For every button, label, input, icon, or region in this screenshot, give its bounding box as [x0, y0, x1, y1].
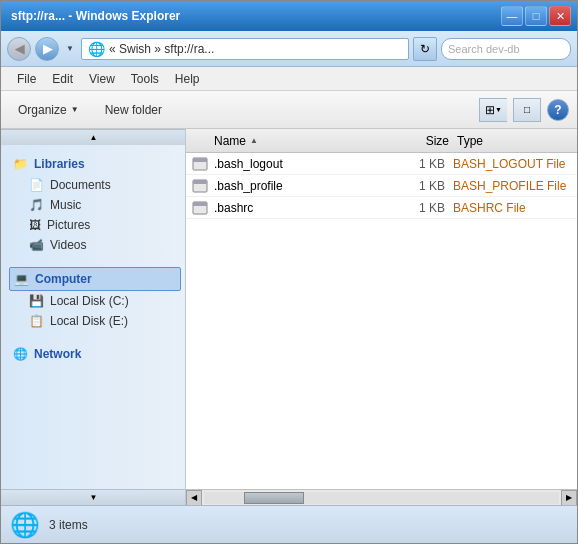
menu-edit[interactable]: Edit — [44, 70, 81, 88]
file-size-1: 1 KB — [393, 179, 453, 193]
local-e-label: Local Disk (E:) — [50, 314, 128, 328]
status-text: 3 items — [49, 518, 88, 532]
main-content: ▲ 📁 Libraries 📄 Documents 🎵 Music — [1, 129, 577, 505]
libraries-section: 📁 Libraries 📄 Documents 🎵 Music 🖼 Pictur… — [1, 145, 185, 259]
scroll-up-icon: ▲ — [90, 133, 98, 142]
table-row[interactable]: .bash_profile 1 KB BASH_PROFILE File — [186, 175, 577, 197]
path-text: « Swish » sftp://ra... — [109, 42, 214, 56]
menu-bar: File Edit View Tools Help — [1, 67, 577, 91]
address-path[interactable]: 🌐 « Swish » sftp://ra... — [81, 38, 409, 60]
network-label: Network — [34, 347, 81, 361]
table-row[interactable]: .bashrc 1 KB BASHRC File — [186, 197, 577, 219]
sidebar-scroll-down[interactable]: ▼ — [1, 489, 186, 505]
documents-label: Documents — [50, 178, 111, 192]
file-type-2: BASHRC File — [453, 201, 573, 215]
sidebar-item-local-e[interactable]: 📋 Local Disk (E:) — [9, 311, 181, 331]
sidebar-item-pictures[interactable]: 🖼 Pictures — [9, 215, 181, 235]
col-name-label: Name — [214, 134, 246, 148]
table-row[interactable]: .bash_logout 1 KB BASH_LOGOUT File — [186, 153, 577, 175]
minimize-button[interactable]: — — [501, 6, 523, 26]
col-type-header[interactable]: Type — [457, 134, 577, 148]
col-name-header[interactable]: Name ▲ — [186, 129, 397, 152]
h-scroll-thumb[interactable] — [244, 492, 304, 504]
file-name-1: .bash_profile — [214, 179, 393, 193]
computer-label: Computer — [35, 272, 92, 286]
sidebar-item-videos[interactable]: 📹 Videos — [9, 235, 181, 255]
sidebar-item-documents[interactable]: 📄 Documents — [9, 175, 181, 195]
local-c-icon: 💾 — [29, 294, 44, 308]
refresh-button[interactable]: ↻ — [413, 37, 437, 61]
pictures-icon: 🖼 — [29, 218, 41, 232]
sidebar-item-local-c[interactable]: 💾 Local Disk (C:) — [9, 291, 181, 311]
file-type-1: BASH_PROFILE File — [453, 179, 573, 193]
h-scrollbar[interactable]: ◀ ▶ — [186, 489, 577, 505]
organize-arrow: ▼ — [71, 105, 79, 114]
sidebar-item-music[interactable]: 🎵 Music — [9, 195, 181, 215]
file-icon-1 — [190, 176, 210, 196]
organize-label: Organize — [18, 103, 67, 117]
forward-button[interactable]: ▶ — [35, 37, 59, 61]
menu-view[interactable]: View — [81, 70, 123, 88]
view-grid-button[interactable]: ⊞ ▼ — [479, 98, 507, 122]
documents-icon: 📄 — [29, 178, 44, 192]
view-pane-button[interactable]: □ — [513, 98, 541, 122]
file-size-0: 1 KB — [393, 157, 453, 171]
back-button[interactable]: ◀ — [7, 37, 31, 61]
sidebar-scroll[interactable]: 📁 Libraries 📄 Documents 🎵 Music 🖼 Pictur… — [1, 145, 185, 489]
music-label: Music — [50, 198, 81, 212]
sidebar-network-header[interactable]: 🌐 Network — [9, 343, 181, 365]
network-icon: 🌐 — [13, 347, 28, 361]
h-scroll-track[interactable] — [204, 492, 559, 504]
status-bar: 🌐 3 items — [1, 505, 577, 543]
view-pane-icon: □ — [524, 104, 530, 115]
network-section: 🌐 Network — [1, 335, 185, 369]
search-placeholder: Search dev-db — [448, 43, 520, 55]
file-icon-2 — [190, 198, 210, 218]
window-controls: — □ ✕ — [501, 6, 571, 26]
view-controls: ⊞ ▼ □ ? — [479, 98, 569, 122]
h-scroll-left-button[interactable]: ◀ — [186, 490, 202, 506]
col-size-label: Size — [426, 134, 449, 148]
toolbar: Organize ▼ New folder ⊞ ▼ □ ? — [1, 91, 577, 129]
new-folder-label: New folder — [105, 103, 162, 117]
help-button[interactable]: ? — [547, 99, 569, 121]
file-list: .bash_logout 1 KB BASH_LOGOUT File .bash… — [186, 153, 577, 489]
file-name-0: .bash_logout — [214, 157, 393, 171]
local-c-label: Local Disk (C:) — [50, 294, 129, 308]
svg-rect-3 — [193, 180, 207, 184]
menu-file[interactable]: File — [9, 70, 44, 88]
window-title: sftp://ra... - Windows Explorer — [7, 9, 180, 23]
file-size-2: 1 KB — [393, 201, 453, 215]
organize-button[interactable]: Organize ▼ — [9, 99, 88, 121]
file-type-0: BASH_LOGOUT File — [453, 157, 573, 171]
music-icon: 🎵 — [29, 198, 44, 212]
scroll-down-icon: ▼ — [90, 493, 98, 502]
videos-label: Videos — [50, 238, 86, 252]
new-folder-button[interactable]: New folder — [96, 99, 171, 121]
file-panel: Name ▲ Size Type .bash_logout 1 KB — [186, 129, 577, 505]
nav-dropdown[interactable]: ▼ — [63, 37, 77, 61]
col-type-label: Type — [457, 134, 483, 148]
file-name-2: .bashrc — [214, 201, 393, 215]
address-bar: ◀ ▶ ▼ 🌐 « Swish » sftp://ra... ↻ Search … — [1, 31, 577, 67]
sidebar: ▲ 📁 Libraries 📄 Documents 🎵 Music — [1, 129, 186, 505]
menu-help[interactable]: Help — [167, 70, 208, 88]
menu-tools[interactable]: Tools — [123, 70, 167, 88]
search-box[interactable]: Search dev-db — [441, 38, 571, 60]
col-size-header[interactable]: Size — [397, 134, 457, 148]
path-icon: 🌐 — [88, 41, 105, 57]
sidebar-computer-header[interactable]: 💻 Computer — [9, 267, 181, 291]
sort-arrow-icon: ▲ — [250, 136, 258, 145]
column-headers: Name ▲ Size Type — [186, 129, 577, 153]
status-icon: 🌐 — [9, 509, 41, 541]
svg-rect-1 — [193, 158, 207, 162]
svg-rect-5 — [193, 202, 207, 206]
pictures-label: Pictures — [47, 218, 90, 232]
maximize-button[interactable]: □ — [525, 6, 547, 26]
view-dropdown-icon: ▼ — [495, 106, 502, 113]
sidebar-libraries-header[interactable]: 📁 Libraries — [9, 153, 181, 175]
h-scroll-right-button[interactable]: ▶ — [561, 490, 577, 506]
sidebar-scroll-up[interactable]: ▲ — [1, 129, 186, 145]
close-button[interactable]: ✕ — [549, 6, 571, 26]
file-icon-0 — [190, 154, 210, 174]
